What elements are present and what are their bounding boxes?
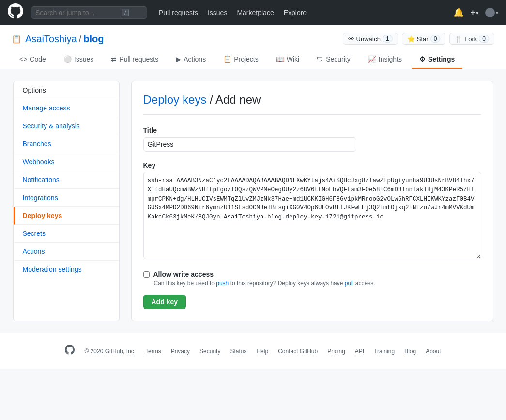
footer-training[interactable]: Training bbox=[374, 348, 395, 355]
title-input[interactable] bbox=[143, 137, 356, 152]
tab-insights[interactable]: 📈 Insights bbox=[360, 50, 410, 69]
allow-write-group: Allow write access Can this key be used … bbox=[143, 270, 481, 287]
footer-help[interactable]: Help bbox=[256, 348, 268, 355]
footer-about[interactable]: About bbox=[426, 348, 441, 355]
tab-code[interactable]: <> Code bbox=[12, 50, 54, 69]
footer-api[interactable]: API bbox=[355, 348, 364, 355]
repo-icon: 📋 bbox=[12, 34, 21, 44]
pull-link[interactable]: pull bbox=[345, 280, 354, 287]
github-logo[interactable] bbox=[8, 3, 23, 22]
issue-icon: ⚪ bbox=[63, 55, 72, 63]
footer-contact[interactable]: Contact GitHub bbox=[278, 348, 318, 355]
wiki-icon: 📖 bbox=[276, 55, 284, 63]
topnav-right: 🔔 + ▾ ▾ bbox=[453, 7, 498, 18]
repo-action-buttons: 👁 Unwatch 1 ⭐ Star 0 🍴 Fork 0 bbox=[343, 33, 494, 45]
push-link[interactable]: push bbox=[216, 280, 229, 287]
notifications-icon[interactable]: 🔔 bbox=[453, 7, 464, 18]
sidebar: Options Manage access Security & analysi… bbox=[13, 81, 120, 321]
tab-wiki[interactable]: 📖 Wiki bbox=[268, 50, 307, 69]
profile-avatar[interactable]: ▾ bbox=[485, 8, 498, 17]
sidebar-item-secrets[interactable]: Secrets bbox=[14, 225, 119, 243]
search-input[interactable] bbox=[35, 9, 118, 16]
projects-icon: 📋 bbox=[223, 55, 231, 63]
form-area: Deploy keys / Add new Title Key <span st… bbox=[131, 81, 493, 321]
add-key-button[interactable]: Add key bbox=[143, 295, 186, 309]
title-label: Title bbox=[143, 126, 481, 134]
unwatch-button[interactable]: 👁 Unwatch 1 bbox=[343, 33, 398, 45]
footer-copy: © 2020 GitHub, Inc. bbox=[84, 348, 136, 355]
sidebar-item-notifications[interactable]: Notifications bbox=[14, 171, 119, 189]
footer-status[interactable]: Status bbox=[230, 348, 246, 355]
nav-explore[interactable]: Explore bbox=[284, 9, 307, 16]
repo-header: 📋 AsaiToshiya / blog 👁 Unwatch 1 ⭐ Star … bbox=[0, 25, 506, 69]
tab-issues[interactable]: ⚪ Issues bbox=[56, 50, 101, 69]
repo-tabs: <> Code ⚪ Issues ⇄ Pull requests ▶ Actio… bbox=[12, 50, 494, 69]
unwatch-count: 1 bbox=[383, 35, 393, 43]
eye-icon: 👁 bbox=[348, 35, 354, 43]
sidebar-item-security-analysis[interactable]: Security & analysis bbox=[14, 117, 119, 135]
settings-icon: ⚙ bbox=[419, 55, 426, 63]
sidebar-item-webhooks[interactable]: Webhooks bbox=[14, 153, 119, 171]
topnav-links: Pull requests Issues Marketplace Explore bbox=[159, 9, 307, 16]
fork-count: 0 bbox=[479, 35, 489, 43]
tab-security[interactable]: 🛡 Security bbox=[309, 50, 358, 69]
star-button[interactable]: ⭐ Star 0 bbox=[402, 33, 446, 45]
allow-write-desc: Can this key be used to push to this rep… bbox=[154, 280, 481, 287]
sidebar-item-deploy-keys[interactable]: Deploy keys bbox=[14, 207, 119, 225]
repo-owner[interactable]: AsaiToshiya bbox=[25, 33, 77, 45]
tab-actions[interactable]: ▶ Actions bbox=[168, 50, 214, 69]
nav-pull-requests[interactable]: Pull requests bbox=[159, 9, 198, 16]
search-box[interactable]: / bbox=[31, 6, 147, 19]
sidebar-item-options[interactable]: Options bbox=[14, 81, 119, 99]
fork-icon: 🍴 bbox=[455, 35, 462, 43]
sidebar-item-branches[interactable]: Branches bbox=[14, 135, 119, 153]
deploy-keys-link[interactable]: Deploy keys bbox=[143, 93, 207, 106]
sidebar-item-actions[interactable]: Actions bbox=[14, 243, 119, 261]
nav-issues[interactable]: Issues bbox=[208, 9, 227, 16]
main-content: Options Manage access Security & analysi… bbox=[1, 69, 505, 333]
title-field-group: Title bbox=[143, 126, 481, 152]
code-icon: <> bbox=[19, 55, 27, 63]
repo-name[interactable]: blog bbox=[83, 33, 104, 45]
security-icon: 🛡 bbox=[317, 55, 323, 63]
allow-write-checkbox[interactable] bbox=[143, 271, 150, 278]
actions-icon: ▶ bbox=[176, 55, 181, 63]
form-title-suffix: / Add new bbox=[210, 93, 261, 106]
tab-settings[interactable]: ⚙ Settings bbox=[412, 50, 462, 69]
allow-write-label[interactable]: Allow write access bbox=[153, 270, 214, 278]
insights-icon: 📈 bbox=[368, 55, 376, 63]
key-label: Key bbox=[143, 161, 481, 169]
footer-pricing[interactable]: Pricing bbox=[327, 348, 345, 355]
key-field-group: Key <span style="color:#0366d6; text-dec… bbox=[143, 161, 481, 261]
tab-projects[interactable]: 📋 Projects bbox=[215, 50, 266, 69]
key-textarea[interactable]: <span style="color:#0366d6; text-decorat… bbox=[143, 172, 481, 259]
repo-separator: / bbox=[79, 33, 82, 45]
pr-icon: ⇄ bbox=[111, 55, 117, 63]
nav-marketplace[interactable]: Marketplace bbox=[237, 9, 274, 16]
topnav: / Pull requests Issues Marketplace Explo… bbox=[0, 0, 506, 25]
add-icon[interactable]: + ▾ bbox=[471, 8, 478, 17]
sidebar-item-moderation[interactable]: Moderation settings bbox=[14, 261, 119, 278]
footer-terms[interactable]: Terms bbox=[145, 348, 161, 355]
footer: © 2020 GitHub, Inc. Terms Privacy Securi… bbox=[0, 333, 506, 369]
footer-logo bbox=[65, 345, 75, 357]
tab-pullrequests[interactable]: ⇄ Pull requests bbox=[103, 50, 166, 69]
star-count: 0 bbox=[430, 35, 441, 43]
fork-button[interactable]: 🍴 Fork 0 bbox=[449, 33, 494, 45]
footer-privacy[interactable]: Privacy bbox=[171, 348, 190, 355]
footer-security[interactable]: Security bbox=[199, 348, 220, 355]
star-icon: ⭐ bbox=[407, 35, 415, 43]
search-kbd: / bbox=[122, 9, 129, 16]
form-title: Deploy keys / Add new bbox=[143, 93, 481, 115]
footer-blog[interactable]: Blog bbox=[404, 348, 416, 355]
sidebar-item-integrations[interactable]: Integrations bbox=[14, 189, 119, 207]
sidebar-item-manage-access[interactable]: Manage access bbox=[14, 99, 119, 117]
